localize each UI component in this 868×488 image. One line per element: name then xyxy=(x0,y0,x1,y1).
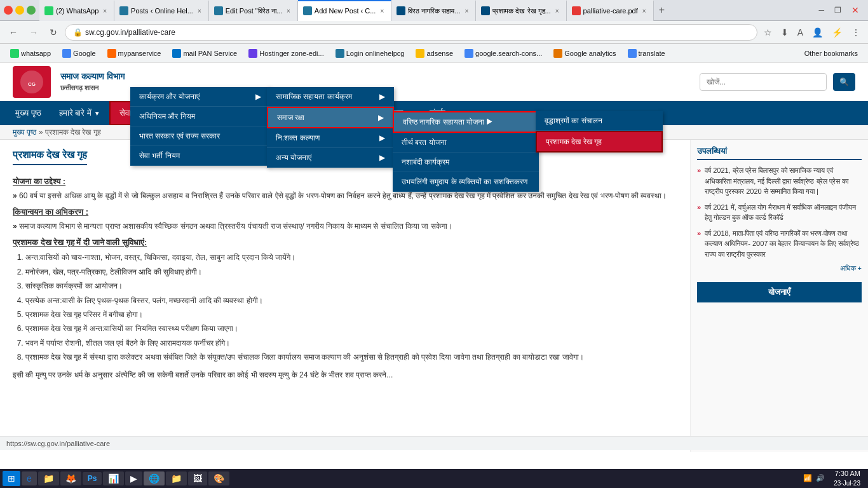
taskbar-excel[interactable]: 📊 xyxy=(103,471,124,485)
dd-varistha[interactable]: वरिष्ठ नागरिक सहायता योजना ▶ xyxy=(393,111,539,133)
taskbar-firefox[interactable]: 🦊 xyxy=(60,471,81,485)
bookmark-translate[interactable]: translate xyxy=(623,47,670,60)
tab-close-btn[interactable]: × xyxy=(285,7,292,15)
dd-nishakt[interactable]: नि:शक्त कल्याण ▶ xyxy=(267,128,394,148)
new-tab-btn[interactable]: + xyxy=(654,4,670,16)
nav-about[interactable]: हमारे बारे में ▼ xyxy=(50,101,109,125)
dd-samaj-raksha[interactable]: समाज रक्षा ▶ xyxy=(267,107,394,128)
bookmark-mypan[interactable]: mypanservice xyxy=(102,47,166,60)
dd-ubhaylingi[interactable]: उभयलिंगी समुदाय के व्यक्तियों का सशक्तिक… xyxy=(393,172,539,192)
tab-close-btn[interactable]: × xyxy=(196,7,203,15)
profile-btn[interactable]: 👤 xyxy=(810,26,825,39)
taskbar-photoshop[interactable]: Ps xyxy=(83,472,102,485)
dd-label: अधिनियम और नियम xyxy=(139,112,195,121)
browser-tabs: (2) WhatsApp × Posts ‹ Online Hel... × E… xyxy=(39,0,810,21)
settings-btn[interactable]: ⋮ xyxy=(849,26,863,39)
dd-bharat[interactable]: भारत सरकार एवं राज्य सरकार xyxy=(130,126,270,146)
reload-btn[interactable]: ↻ xyxy=(46,25,61,40)
bookmark-mailpan[interactable]: mail PAN Service xyxy=(167,47,242,60)
back-btn[interactable]: ← xyxy=(5,25,22,40)
tab-posts[interactable]: Posts ‹ Online Hel... × xyxy=(114,0,209,21)
facilities-list: अन्त:वासियों को चाय-नाश्ता, भोजन, वस्त्र… xyxy=(13,251,677,363)
bookmark-whatsapp[interactable]: whatsapp xyxy=(5,47,56,60)
win-max-btn[interactable] xyxy=(27,6,36,15)
media-icon: ▶ xyxy=(130,473,137,484)
dd-prashamak[interactable]: प्रशामक देख रेख गृह xyxy=(536,131,663,152)
taskbar-ie[interactable]: e xyxy=(22,471,37,485)
bookmark-star-btn[interactable]: ☆ xyxy=(761,26,775,39)
bookmark-search-console[interactable]: google.search-cons... xyxy=(459,47,547,60)
bookmark-analytics[interactable]: Google analytics xyxy=(548,47,621,60)
start-btn[interactable]: ⊞ xyxy=(3,471,20,486)
bookmark-adsense[interactable]: adsense xyxy=(410,47,458,60)
text-60: 60 वर्ष या इससे अधिक आयु के वृद्धों में … xyxy=(19,191,667,200)
tab-whatsapp[interactable]: (2) WhatsApp × xyxy=(39,0,114,21)
translate-btn[interactable]: A xyxy=(795,26,806,39)
photos-icon: 🖼 xyxy=(193,473,202,484)
tab-close-btn[interactable]: × xyxy=(101,7,109,15)
dd-adhiniyam[interactable]: अधिनियम और नियम xyxy=(130,107,270,126)
clock-time: 7:30 AM xyxy=(834,469,860,478)
sidebar: उपलब्धियां » वर्ष 2021, ब्रेल प्रेस बिला… xyxy=(690,140,868,452)
forward-btn[interactable]: → xyxy=(25,25,42,40)
site-search-input[interactable] xyxy=(700,73,827,91)
tab-label: प्रशामक देख रेख गृह... xyxy=(492,7,550,15)
bm-favicon xyxy=(62,49,71,58)
bookmark-hostinger[interactable]: Hostinger zone-edi... xyxy=(243,47,329,60)
win-close-btn[interactable] xyxy=(4,6,13,15)
tab-pdf[interactable]: palliative-care.pdf × xyxy=(567,0,654,21)
taskbar-paint[interactable]: 🎨 xyxy=(208,471,229,485)
tab-label: Add New Post ‹ C... xyxy=(315,7,376,15)
dd-label: उभयलिंगी समुदाय के व्यक्तियों का सशक्तिक… xyxy=(402,177,527,186)
bookmark-google[interactable]: Google xyxy=(57,47,100,60)
download-btn[interactable]: ⬇ xyxy=(778,26,791,39)
achievement-text: वर्ष 2021, ब्रेल प्रेस बिलासपुर को सामाज… xyxy=(705,165,862,197)
tab-close-btn[interactable]: × xyxy=(463,7,471,15)
bookmark-label: translate xyxy=(639,50,665,57)
dd-karyakram[interactable]: कार्यक्रम और योजनाएं ▶ xyxy=(130,87,270,107)
bm-favicon xyxy=(248,49,257,58)
more-link[interactable]: अधिक + xyxy=(697,264,862,273)
dd-seva-bharti[interactable]: सेवा भर्ती नियम xyxy=(130,146,270,166)
achievement-item-1: » वर्ष 2021, ब्रेल प्रेस बिलासपुर को साम… xyxy=(697,165,862,197)
tab-close-btn[interactable]: × xyxy=(378,7,386,15)
achievements-section: उपलब्धियां » वर्ष 2021, ब्रेल प्रेस बिला… xyxy=(697,146,862,273)
dd-anya[interactable]: अन्य योजनाएं ▶ xyxy=(267,148,394,168)
site-search-btn[interactable]: 🔍 xyxy=(833,73,855,91)
close-browser-btn[interactable]: ✕ xyxy=(848,3,863,18)
address-bar[interactable]: 🔒 sw.cg.gov.in/palliative-care xyxy=(65,24,757,41)
achievement-text: वर्ष 2018, माता-पिता एवं वरिष्ठ नागरिकों… xyxy=(705,228,862,260)
taskbar-chrome[interactable]: 🌐 xyxy=(144,471,165,485)
nav-home[interactable]: मुख्य पृष्ठ xyxy=(6,101,50,125)
dd-vriddhashram[interactable]: वृद्धाश्रमों का संचालन xyxy=(536,111,663,131)
dd-nashabandi[interactable]: नशाबंदी कार्यक्रम xyxy=(393,152,539,172)
tab-add-post[interactable]: Add New Post ‹ C... × xyxy=(298,0,391,21)
arrow-icon: » xyxy=(697,202,701,223)
taskbar-media[interactable]: ▶ xyxy=(125,471,142,485)
nav-label: हमारे बारे में xyxy=(59,108,92,118)
extensions-btn[interactable]: ⚡ xyxy=(829,26,845,39)
taskbar-photos[interactable]: 🖼 xyxy=(188,471,207,485)
bookmark-label: Google xyxy=(73,50,95,57)
dd-tirth[interactable]: तीर्थ बरत योजना xyxy=(393,133,539,152)
tab-edit-post[interactable]: Edit Post "विरेठ ना... × xyxy=(209,0,298,21)
dropdown-l3: वरिष्ठ नागरिक सहायता योजना ▶ तीर्थ बरत य… xyxy=(393,111,539,192)
minimize-btn[interactable]: ─ xyxy=(815,3,828,17)
dd-samajik[interactable]: सामाजिक सहायता कार्यक्रम ▶ xyxy=(267,87,394,107)
tab-virdh[interactable]: विरठ नागरिक सहाय... × xyxy=(391,0,476,21)
taskbar-files[interactable]: 📁 xyxy=(166,471,187,485)
bookmark-loginhelp[interactable]: Login onlinehelpcg xyxy=(330,47,410,60)
tab-prashamak[interactable]: प्रशामक देख रेख गृह... × xyxy=(476,0,566,21)
bookmark-label: mypanservice xyxy=(118,50,161,57)
bottom-text: इसी की मृत्यु पर उनके धर्म के अनुसार अंत… xyxy=(13,369,677,381)
tab-close-btn[interactable]: × xyxy=(641,7,648,15)
taskbar-explorer[interactable]: 📁 xyxy=(38,471,59,485)
breadcrumb-home[interactable]: मुख्य पृष्ठ xyxy=(13,128,36,137)
restore-btn[interactable]: ❐ xyxy=(831,3,845,17)
more-bookmarks[interactable]: Other bookmarks xyxy=(799,48,863,59)
dd-label: अन्य योजनाएं xyxy=(276,153,311,162)
bookmark-label: Google analytics xyxy=(564,50,616,57)
win-min-btn[interactable] xyxy=(15,6,24,15)
bm-favicon xyxy=(465,49,473,58)
tab-close-btn[interactable]: × xyxy=(553,7,561,15)
